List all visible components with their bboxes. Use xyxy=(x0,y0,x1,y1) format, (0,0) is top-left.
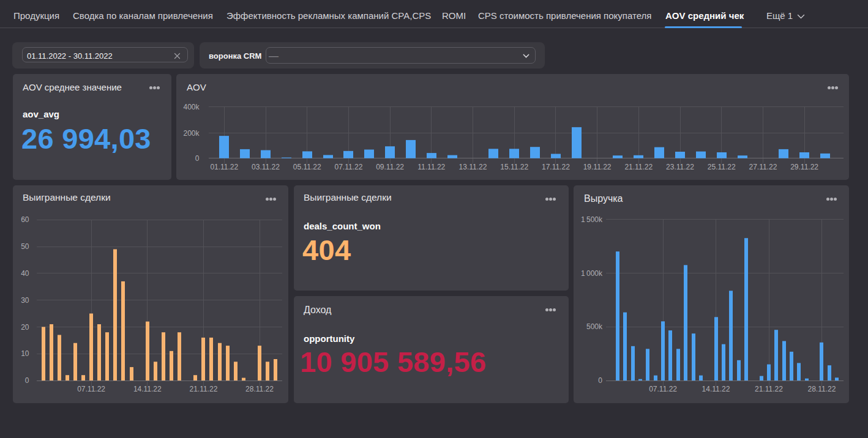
svg-text:29.11.22: 29.11.22 xyxy=(790,163,818,171)
svg-text:09.11.22: 09.11.22 xyxy=(376,163,404,171)
svg-text:200k: 200k xyxy=(183,129,200,138)
svg-text:0: 0 xyxy=(25,376,29,385)
svg-text:27.11.22: 27.11.22 xyxy=(749,163,777,171)
svg-text:40: 40 xyxy=(21,269,29,278)
svg-text:14.11.22: 14.11.22 xyxy=(702,385,730,393)
svg-text:01.11.22: 01.11.22 xyxy=(210,163,238,171)
svg-text:30: 30 xyxy=(21,296,29,305)
svg-text:1 500k: 1 500k xyxy=(581,215,603,224)
svg-text:07.11.22: 07.11.22 xyxy=(77,385,105,393)
svg-text:1 000k: 1 000k xyxy=(581,269,603,278)
svg-text:50: 50 xyxy=(21,242,29,251)
svg-text:60: 60 xyxy=(21,215,29,224)
svg-text:10: 10 xyxy=(21,349,29,358)
svg-text:28.11.22: 28.11.22 xyxy=(807,385,836,393)
svg-text:21.11.22: 21.11.22 xyxy=(755,385,783,393)
svg-text:07.11.22: 07.11.22 xyxy=(334,163,362,171)
svg-text:21.11.22: 21.11.22 xyxy=(189,385,217,393)
svg-text:17.11.22: 17.11.22 xyxy=(542,163,570,171)
svg-text:15.11.22: 15.11.22 xyxy=(500,163,528,171)
svg-text:07.11.22: 07.11.22 xyxy=(649,385,677,393)
svg-text:05.11.22: 05.11.22 xyxy=(293,163,321,171)
svg-text:400k: 400k xyxy=(183,103,200,111)
svg-text:20: 20 xyxy=(21,323,29,332)
svg-text:14.11.22: 14.11.22 xyxy=(133,385,162,393)
svg-text:23.11.22: 23.11.22 xyxy=(666,163,694,171)
svg-text:19.11.22: 19.11.22 xyxy=(583,163,612,171)
svg-text:25.11.22: 25.11.22 xyxy=(708,163,736,171)
svg-text:13.11.22: 13.11.22 xyxy=(459,163,487,171)
svg-text:0: 0 xyxy=(598,376,602,385)
svg-text:28.11.22: 28.11.22 xyxy=(245,385,274,393)
svg-text:11.11.22: 11.11.22 xyxy=(417,163,445,171)
svg-text:500k: 500k xyxy=(586,322,603,331)
svg-text:03.11.22: 03.11.22 xyxy=(252,163,280,171)
svg-text:21.11.22: 21.11.22 xyxy=(624,163,653,171)
svg-text:0: 0 xyxy=(195,154,200,163)
